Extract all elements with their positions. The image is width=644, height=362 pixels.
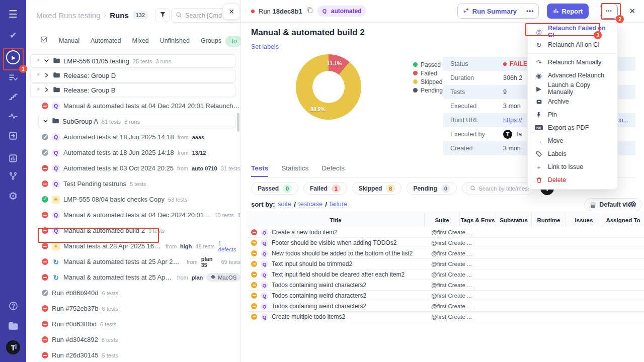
menu-item-advanced-relaunch[interactable]: ◉Advanced Relaunch	[528, 69, 617, 82]
filter-button[interactable]	[155, 8, 170, 22]
tests-search-input[interactable]	[478, 186, 529, 192]
filter-pill-passed[interactable]: Passed0	[251, 182, 298, 195]
column-header-runtime[interactable]: Runtime	[532, 213, 566, 227]
run-list-item[interactable]: ✳Manual tests at 28 Apr 2025 16:50fromhi…	[26, 238, 240, 254]
table-row[interactable]: QTodos containing weird characters2@firs…	[247, 280, 644, 291]
column-header-suite[interactable]: Suite	[425, 213, 460, 227]
tab-today[interactable]: To	[225, 36, 240, 47]
run-list-item[interactable]: QAutomated tests at 03 Oct 2024 20:25fro…	[26, 160, 240, 176]
column-header-title[interactable]: Title	[247, 213, 425, 227]
table-row[interactable]: QCreate multiple todo items2@first Creat…	[247, 312, 644, 322]
tab-defects[interactable]: Defects	[321, 164, 345, 177]
run-list-item[interactable]: QManual & automated tests at 04 Dec 2024…	[26, 98, 240, 114]
run-summary-more-button[interactable]: •••	[522, 8, 538, 15]
menu-item-relaunch-manually[interactable]: ↷Relaunch Manually	[528, 56, 617, 69]
pill-label: Pending	[413, 185, 437, 192]
help-icon[interactable]	[0, 301, 26, 311]
automated-run-icon: Q	[52, 133, 60, 141]
run-list-item[interactable]: ↻Manual & automated tests at 25 Apr 2025…	[26, 269, 240, 285]
field-key: Status	[450, 60, 503, 67]
run-summary-button[interactable]: Run Summary •••	[457, 4, 539, 19]
set-labels-link[interactable]: Set labels	[251, 43, 279, 51]
menu-item-pin[interactable]: Pin	[528, 108, 617, 121]
close-detail-button[interactable]: ✕	[629, 7, 635, 16]
menu-item-archive[interactable]: Archive	[528, 95, 617, 108]
column-header-issues[interactable]: Issues	[566, 213, 602, 227]
view-settings-icon[interactable]	[628, 200, 636, 210]
run-list-item[interactable]: QAutomated tests at 18 Jun 2025 14:18fro…	[26, 145, 240, 160]
run-list-item[interactable]: Run #0d63f0bd6 tests	[26, 316, 240, 332]
tab-tests[interactable]: Tests	[251, 164, 268, 177]
filter-pill-skipped[interactable]: Skipped8	[352, 182, 402, 195]
settings-gear-icon[interactable]: ⚙	[0, 190, 26, 202]
branches-icon[interactable]	[0, 171, 26, 180]
run-list-item[interactable]: QTest Pending testruns5 tests	[26, 176, 240, 192]
tab-automated[interactable]: Automated	[91, 37, 121, 44]
steps-icon[interactable]	[0, 92, 26, 101]
menu-item-export-as-pdf[interactable]: PDFExport as PDF	[528, 121, 617, 134]
column-header-tags-envs[interactable]: Tags & Envs	[460, 213, 496, 227]
menu-item-link-to-issue[interactable]: +Link to Issue	[528, 160, 617, 173]
sort-link-suite[interactable]: suite	[278, 200, 291, 208]
group-row[interactable]: SubGroup A61 tests8 runs	[38, 115, 235, 128]
run-list-item[interactable]: Run #b86b940d6 tests	[26, 285, 240, 301]
run-list-item[interactable]: Run #d304c8928 tests	[26, 332, 240, 347]
menu-icon[interactable]: ☰	[0, 8, 26, 20]
tab-manual[interactable]: Manual	[59, 37, 79, 44]
column-header-substatus[interactable]: Substatus	[496, 213, 532, 227]
import-icon[interactable]	[0, 131, 26, 140]
checklist-icon[interactable]	[0, 73, 26, 82]
breadcrumb-project[interactable]: Mixed Runs testing	[36, 11, 101, 20]
select-mode-icon[interactable]	[40, 36, 48, 45]
run-list-item[interactable]: Run #752eb37b6 tests	[26, 301, 240, 316]
tests-search[interactable]	[466, 182, 532, 195]
tasks-check-icon[interactable]: ✔	[0, 30, 26, 41]
table-row[interactable]: QTodos containing weird characters2@firs…	[247, 301, 644, 312]
build-url-link[interactable]: https://	[503, 117, 522, 124]
menu-item-move[interactable]: →Move	[528, 134, 617, 147]
user-avatar[interactable]: T	[0, 340, 26, 354]
menu-item-delete[interactable]: Delete	[528, 173, 617, 187]
pulse-icon[interactable]	[0, 112, 26, 121]
filter-pill-pending[interactable]: Pending0	[407, 182, 456, 195]
build-url-fragment[interactable]: po...	[616, 117, 628, 124]
column-header-assigned-to[interactable]: Assigned To	[602, 213, 644, 227]
run-list-item[interactable]: Run #26d301455 tests	[26, 347, 240, 362]
group-row[interactable]: Release: Group B	[30, 83, 235, 97]
tab-statistics[interactable]: Statistics	[281, 164, 308, 177]
projects-folder-icon[interactable]	[0, 321, 26, 331]
run-list-item[interactable]: ✳LMP-555 08/04 basic checks Copy53 tests	[26, 192, 240, 207]
tab-groups[interactable]: Groups	[201, 37, 221, 44]
table-row[interactable]: QNew todos should be added to the bottom…	[247, 248, 644, 259]
menu-item-relaunch-all-on-ci[interactable]: ↻Relaunch All on CI	[528, 38, 617, 51]
run-list-item[interactable]: QManual & automated tests at 04 Dec 2024…	[26, 207, 240, 223]
close-search-button[interactable]: ✕	[223, 4, 240, 20]
chevron-right-icon	[44, 86, 49, 94]
run-list-item[interactable]: QAutomated tests at 18 Jun 2025 14:18fro…	[26, 129, 240, 145]
runs-play-icon[interactable]: ▶	[0, 50, 26, 64]
filter-pill-failed[interactable]: Failed1	[303, 182, 347, 195]
table-row[interactable]: QTodos containing weird characters2@firs…	[247, 291, 644, 301]
analytics-icon[interactable]	[0, 154, 26, 163]
menu-item-launch-a-copy-manually[interactable]: ▶Launch a Copy Manually	[528, 82, 617, 95]
table-row[interactable]: QText input should be trimmed2@first Cre…	[247, 259, 644, 269]
run-id: Run 18dec8b1	[259, 8, 302, 15]
menu-item-labels[interactable]: Labels	[528, 147, 617, 160]
scrollbar-thumb[interactable]	[237, 113, 239, 132]
tab-mixed[interactable]: Mixed	[132, 37, 148, 44]
table-row[interactable]: QCreate a new todo item2@first Create ..…	[247, 227, 644, 238]
group-row[interactable]: LMP-556 01/05 testing25 tests3 runs	[30, 54, 235, 68]
report-button[interactable]: Report	[547, 4, 589, 19]
sort-link-failure[interactable]: failure	[330, 200, 347, 208]
copy-icon[interactable]	[306, 7, 313, 16]
run-list-item[interactable]: ↻Manual & automated tests at 25 Apr 2025…	[26, 254, 240, 269]
run-list-item[interactable]: QManual & automated build 29 tests	[26, 223, 240, 238]
table-row[interactable]: QFooter should be visible when adding TO…	[247, 238, 644, 248]
table-row[interactable]: QText input field should be cleared afte…	[247, 269, 644, 280]
menu-item-relaunch-failed-on-ci[interactable]: ◎Relaunch Failed on CI	[528, 25, 617, 38]
more-actions-button[interactable]: •••	[600, 4, 618, 19]
group-row[interactable]: Release: Group D	[30, 69, 235, 82]
sort-link-testcase[interactable]: testcase	[298, 200, 323, 208]
legend-dot	[413, 79, 418, 84]
tab-unfinished[interactable]: Unfinished	[160, 37, 190, 44]
